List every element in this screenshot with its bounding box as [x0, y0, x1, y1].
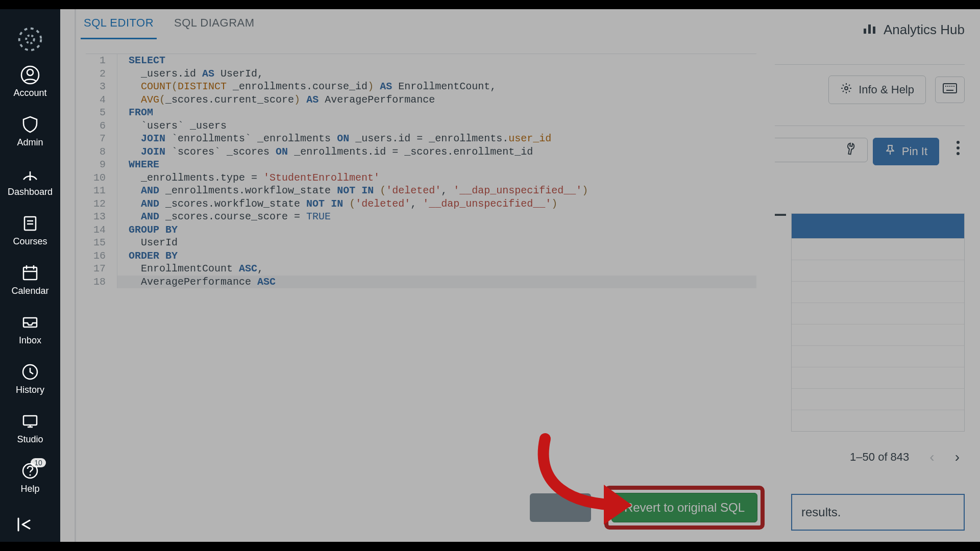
- table-row: [792, 281, 964, 303]
- svg-point-1: [26, 35, 34, 43]
- code-line: 2 _users.id AS UserId,: [86, 67, 756, 81]
- letterbox-bottom: [0, 542, 980, 551]
- code-text: UserId: [117, 236, 756, 249]
- code-text: FROM: [117, 106, 756, 119]
- collapse-nav-button[interactable]: [0, 514, 60, 535]
- nav-dashboard[interactable]: Dashboard: [0, 156, 60, 206]
- nav-label: History: [16, 385, 44, 395]
- code-line: 14GROUP BY: [86, 223, 756, 237]
- table-header: [792, 214, 964, 238]
- nav-courses[interactable]: Courses: [0, 206, 60, 255]
- code-line: 17 EnrollmentCount ASC,: [86, 262, 756, 276]
- code-line: 13 AND _scores.course_score = TRUE: [86, 210, 756, 223]
- code-line: 7 JOIN `enrollments` _enrollments ON _us…: [86, 132, 756, 145]
- nav-label: Courses: [13, 236, 47, 247]
- code-text: GROUP BY: [117, 223, 756, 237]
- svg-rect-21: [873, 27, 875, 34]
- nav-inbox[interactable]: Inbox: [0, 305, 60, 354]
- pager-prev-button[interactable]: ‹: [929, 449, 934, 465]
- dot-icon: [957, 146, 960, 149]
- table-row: [792, 388, 964, 410]
- svg-point-18: [29, 474, 31, 475]
- nav-account[interactable]: Account: [0, 57, 60, 107]
- tab-sql-diagram[interactable]: SQL DIAGRAM: [171, 14, 258, 39]
- pin-icon: [885, 144, 896, 159]
- more-menu-button[interactable]: [957, 141, 960, 155]
- svg-point-3: [27, 69, 33, 76]
- results-table: [791, 213, 965, 432]
- code-line: 6 `users` _users: [86, 119, 756, 133]
- nav-help[interactable]: 10Help: [0, 453, 60, 503]
- line-number: 4: [86, 93, 117, 107]
- logo-icon: [14, 23, 46, 57]
- svg-rect-23: [943, 84, 957, 93]
- tab-label: SQL EDITOR: [84, 16, 154, 29]
- run-button[interactable]: [530, 493, 591, 522]
- svg-rect-19: [864, 29, 866, 34]
- app-stage: AccountAdminDashboardCoursesCalendarInbo…: [0, 9, 980, 542]
- nav-admin[interactable]: Admin: [0, 107, 60, 156]
- nav-label: Studio: [17, 434, 43, 445]
- table-row: [792, 324, 964, 345]
- pager-next-button[interactable]: ›: [955, 449, 960, 465]
- svg-rect-25: [947, 86, 948, 87]
- tab-sql-editor[interactable]: SQL EDITOR: [81, 14, 157, 39]
- global-nav: AccountAdminDashboardCoursesCalendarInbo…: [0, 9, 60, 542]
- nav-history[interactable]: History: [0, 354, 60, 404]
- line-number: 2: [86, 67, 117, 81]
- editor-footer: Revert to original SQL: [530, 486, 765, 530]
- calendar-icon: [20, 263, 40, 283]
- code-text: `users` _users: [117, 119, 756, 133]
- svg-point-22: [845, 87, 848, 90]
- code-line: 1SELECT: [86, 54, 756, 67]
- keyboard-button[interactable]: [935, 77, 965, 103]
- info-help-label: Info & Help: [859, 83, 914, 96]
- code-text: SELECT: [117, 54, 756, 67]
- pin-it-button[interactable]: Pin It: [873, 138, 939, 165]
- code-editor[interactable]: 1SELECT2 _users.id AS UserId,3 COUNT(DIS…: [86, 54, 756, 288]
- nav-studio[interactable]: Studio: [0, 404, 60, 453]
- svg-rect-28: [953, 86, 954, 87]
- line-number: 10: [86, 171, 117, 185]
- dot-icon: [957, 141, 960, 144]
- panel-resize-handle[interactable]: [75, 9, 76, 542]
- dot-icon: [957, 152, 960, 155]
- nav-label: Help: [20, 484, 39, 494]
- code-text: AND _scores.workflow_state NOT IN ('dele…: [117, 197, 756, 211]
- line-number: 18: [86, 276, 117, 289]
- table-row: [792, 238, 964, 260]
- code-text: JOIN `scores` _scores ON _enrollments.id…: [117, 145, 756, 159]
- svg-point-0: [19, 29, 41, 51]
- line-number: 12: [86, 197, 117, 211]
- code-line: 5FROM: [86, 106, 756, 119]
- info-help-button[interactable]: Info & Help: [828, 76, 926, 104]
- code-text: AVG(_scores.current_score) AS AveragePer…: [117, 93, 756, 107]
- svg-rect-20: [868, 24, 871, 34]
- code-text: EnrollmentCount ASC,: [117, 262, 756, 276]
- svg-rect-26: [949, 86, 950, 87]
- pager: 1–50 of 843 ‹ ›: [850, 449, 960, 465]
- code-text: AND _enrollments.workflow_state NOT IN (…: [117, 184, 756, 197]
- results-fragment: results.: [801, 505, 841, 519]
- nav-calendar[interactable]: Calendar: [0, 255, 60, 305]
- gear-icon: [840, 82, 852, 97]
- revert-to-original-sql-button[interactable]: Revert to original SQL: [611, 493, 757, 522]
- analytics-hub-icon: [862, 20, 877, 39]
- table-row: [792, 303, 964, 324]
- help-icon: [20, 461, 40, 481]
- line-number: 1: [86, 54, 117, 67]
- studio-icon: [20, 412, 40, 431]
- line-number: 16: [86, 249, 117, 263]
- line-number: 9: [86, 158, 117, 171]
- nav-label: Inbox: [19, 335, 41, 346]
- table-row: [792, 410, 964, 431]
- line-number: 5: [86, 106, 117, 119]
- inbox-icon: [20, 313, 40, 332]
- table-row: [792, 367, 964, 388]
- nav-label: Admin: [17, 137, 43, 148]
- history-icon: [20, 362, 40, 382]
- results-banner: results.: [791, 494, 965, 531]
- code-text: _enrollments.type = 'StudentEnrollment': [117, 171, 756, 185]
- code-text: COUNT(DISTINCT _enrollments.course_id) A…: [117, 80, 756, 93]
- code-text: AND _scores.course_score = TRUE: [117, 210, 756, 223]
